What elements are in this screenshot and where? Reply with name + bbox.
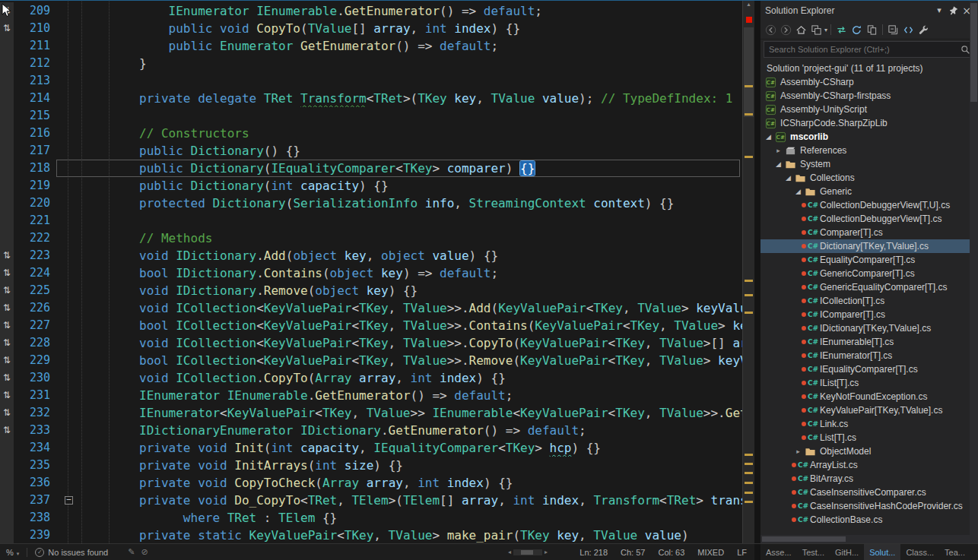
- expander-icon[interactable]: ◢: [764, 133, 773, 141]
- line-number[interactable]: 223: [14, 247, 55, 264]
- implements-icon[interactable]: ⇅: [3, 267, 11, 278]
- tree-item[interactable]: ◢System: [760, 157, 978, 171]
- breakpoint-margin[interactable]: [0, 492, 14, 509]
- code-icon[interactable]: [901, 23, 916, 37]
- breakpoint-margin[interactable]: ⇅: [0, 352, 14, 369]
- line-number[interactable]: 229: [14, 352, 55, 369]
- code-line[interactable]: 214private delegate TRet Transform<TRet>…: [0, 90, 754, 107]
- chevron-down-icon[interactable]: ▾: [824, 27, 827, 33]
- tree-item[interactable]: Solution 'project-gui' (11 of 11 project…: [760, 62, 978, 75]
- code-line[interactable]: 213: [0, 72, 754, 90]
- scroll-up-icon[interactable]: [743, 2, 754, 7]
- breakpoint-margin[interactable]: ⇅: [0, 299, 14, 317]
- line-number[interactable]: 237: [14, 492, 55, 509]
- explorer-vertical-scrollbar[interactable]: [970, 0, 978, 543]
- code-line[interactable]: ⇅232IEnumerator<KeyValuePair<TKey, TValu…: [0, 404, 754, 422]
- implements-icon[interactable]: ⇅: [3, 407, 11, 418]
- chevron-down-icon[interactable]: [932, 4, 946, 17]
- code-line[interactable]: 237−private void Do_CopyTo<TRet, TElem>(…: [0, 492, 754, 509]
- code-line[interactable]: 220protected Dictionary(SerializationInf…: [0, 195, 754, 212]
- code-line[interactable]: ⇅233IDictionaryEnumerator IDictionary.Ge…: [0, 422, 754, 439]
- code-line[interactable]: ⇅225void IDictionary.Remove(object key) …: [0, 282, 754, 299]
- tree-item[interactable]: C#CaseInsensitiveComparer.cs: [760, 486, 978, 499]
- expander-icon[interactable]: ▸: [773, 147, 783, 154]
- line-number[interactable]: 216: [14, 125, 55, 142]
- line-number[interactable]: 217: [14, 142, 55, 160]
- tree-item[interactable]: C#KeyValuePair[TKey,TValue].cs: [760, 403, 978, 417]
- tree-item[interactable]: C#IList[T].cs: [760, 376, 978, 390]
- tree-item[interactable]: C#BitArray.cs: [760, 472, 978, 486]
- code-line[interactable]: ⇅230void ICollection.CopyTo(Array array,…: [0, 369, 754, 387]
- breakpoint-margin[interactable]: [0, 37, 14, 55]
- line-number[interactable]: 234: [14, 439, 55, 457]
- line-number[interactable]: 222: [14, 229, 55, 247]
- breakpoint-margin[interactable]: [0, 439, 14, 457]
- line-number[interactable]: 235: [14, 457, 55, 474]
- code-line[interactable]: ⇅231IEnumerator IEnumerable.GetEnumerato…: [0, 387, 754, 404]
- breakpoint-margin[interactable]: [0, 142, 14, 160]
- expander-icon[interactable]: ◢: [793, 188, 803, 195]
- breakpoint-margin[interactable]: [0, 212, 14, 229]
- issues-status[interactable]: No issues found: [35, 548, 108, 557]
- code-line[interactable]: ⇅229bool ICollection<KeyValuePair<TKey, …: [0, 352, 754, 369]
- tree-item[interactable]: C#ICSharpCode.SharpZipLib: [760, 116, 978, 130]
- line-number[interactable]: 221: [14, 212, 55, 229]
- code-line[interactable]: 215: [0, 107, 754, 125]
- line-number[interactable]: 219: [14, 177, 55, 195]
- explorer-horizontal-scrollbar[interactable]: [760, 535, 978, 543]
- tool-window-tab[interactable]: GitH...: [830, 544, 864, 560]
- breakpoint-margin[interactable]: [0, 55, 14, 72]
- tree-item[interactable]: C#IComparer[T].cs: [760, 308, 978, 321]
- tree-item[interactable]: C#IEnumerable[T].cs: [760, 335, 978, 349]
- line-number[interactable]: 238: [14, 509, 55, 527]
- line-number[interactable]: 230: [14, 369, 55, 387]
- tree-item[interactable]: C#List[T].cs: [760, 431, 978, 445]
- scrollbar-thumb[interactable]: [762, 536, 846, 542]
- breakpoint-margin[interactable]: [0, 457, 14, 474]
- forward-icon[interactable]: [779, 23, 793, 37]
- implements-icon[interactable]: ⇅: [3, 23, 11, 33]
- tree-item[interactable]: C#Assembly-CSharp: [760, 75, 978, 89]
- code-line[interactable]: ⇅223void IDictionary.Add(object key, obj…: [0, 247, 754, 264]
- line-number[interactable]: 225: [14, 282, 55, 299]
- breakpoint-margin[interactable]: [0, 195, 14, 212]
- line-number[interactable]: 213: [14, 72, 55, 90]
- line-number[interactable]: 224: [14, 264, 55, 282]
- scrollbar-thumb[interactable]: [744, 27, 754, 117]
- breakpoint-margin[interactable]: ⇅: [0, 20, 14, 37]
- tool-window-tab[interactable]: Test...: [797, 544, 830, 560]
- tree-item[interactable]: ◢C#mscorlib: [760, 130, 978, 144]
- tree-item[interactable]: C#CollectionDebuggerView[T].cs: [760, 212, 978, 226]
- scrollbar-thumb[interactable]: [521, 550, 533, 555]
- properties-icon[interactable]: [916, 23, 931, 37]
- breakpoint-margin[interactable]: ⇅: [0, 282, 14, 299]
- line-number[interactable]: 233: [14, 422, 55, 439]
- tree-item[interactable]: ◢Collections: [760, 171, 978, 185]
- scroll-right-icon[interactable]: [545, 549, 548, 555]
- implements-icon[interactable]: ⇅: [3, 355, 11, 365]
- tree-item[interactable]: C#Assembly-CSharp-firstpass: [760, 89, 978, 103]
- line-number[interactable]: 227: [14, 317, 55, 334]
- blocked-icon[interactable]: [141, 547, 148, 557]
- code-line[interactable]: 238where TRet : TElem {}: [0, 509, 754, 527]
- code-line[interactable]: 212}: [0, 55, 754, 72]
- breakpoint-margin[interactable]: [0, 177, 14, 195]
- editor-vertical-scrollbar[interactable]: [742, 0, 754, 543]
- switch-views-icon[interactable]: [809, 23, 824, 37]
- search-input[interactable]: [764, 41, 975, 58]
- tree-item[interactable]: C#ICollection[T].cs: [760, 294, 978, 308]
- tree-item[interactable]: ◢Generic: [760, 185, 978, 198]
- collapse-all-icon[interactable]: [886, 23, 900, 37]
- breakpoint-margin[interactable]: ⇅: [0, 247, 14, 264]
- line-number[interactable]: 215: [14, 107, 55, 125]
- implements-icon[interactable]: ⇅: [3, 372, 11, 383]
- tree-item[interactable]: C#IDictionary[TKey,TValue].cs: [760, 321, 978, 335]
- implements-icon[interactable]: ⇅: [3, 320, 11, 331]
- breakpoint-margin[interactable]: ⇅: [0, 404, 14, 422]
- code-line[interactable]: 236private void CopyToCheck(Array array,…: [0, 474, 754, 492]
- code-area[interactable]: ⇅209IEnumerator IEnumerable.GetEnumerato…: [0, 0, 754, 543]
- expander-icon[interactable]: ◢: [783, 174, 793, 182]
- tree-item[interactable]: C#EqualityComparer[T].cs: [760, 253, 978, 267]
- line-number[interactable]: 239: [14, 527, 55, 543]
- line-number[interactable]: 212: [14, 55, 55, 72]
